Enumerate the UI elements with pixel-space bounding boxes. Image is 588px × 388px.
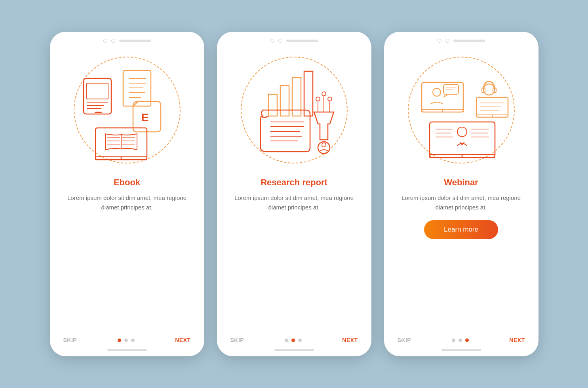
top-circle-6 — [445, 39, 449, 43]
ebook-icon-area: E — [72, 55, 183, 165]
webinar-home-indicator — [441, 349, 481, 351]
ebook-home-indicator — [107, 349, 147, 351]
research-illustration — [217, 47, 371, 173]
phone-top-bar-2 — [217, 32, 371, 47]
phones-container: E Ebook Lorem ipsum — [50, 32, 539, 356]
research-dot-2 — [291, 339, 295, 342]
research-dot-3 — [298, 339, 302, 342]
svg-rect-50 — [476, 97, 508, 117]
phone-webinar: Webinar Lorem ipsum dolor sit dim amet, … — [384, 32, 539, 356]
webinar-title: Webinar — [444, 177, 478, 188]
webinar-illustration — [384, 47, 539, 173]
svg-rect-44 — [443, 84, 459, 94]
ebook-title: Ebook — [114, 177, 140, 188]
phone-top-bar-1 — [50, 32, 204, 47]
top-circle-3 — [270, 39, 274, 43]
research-description: Lorem ipsum dolor sit dim amet, mea regi… — [229, 193, 360, 212]
top-line-2 — [286, 40, 318, 42]
webinar-content: Webinar Lorem ipsum dolor sit dim amet, … — [384, 173, 539, 331]
svg-rect-1 — [87, 83, 108, 99]
ebook-illustration: E — [50, 47, 204, 173]
svg-rect-26 — [304, 71, 313, 116]
research-dots — [285, 339, 302, 342]
ebook-svg: E — [72, 55, 183, 165]
top-circle-1 — [103, 39, 107, 43]
top-circle-4 — [278, 39, 282, 43]
research-dot-1 — [285, 339, 288, 342]
learn-more-button[interactable]: Learn more — [424, 220, 498, 239]
research-bottom-nav: SKIP NEXT — [217, 331, 371, 346]
ebook-dot-1 — [118, 339, 121, 342]
top-line-3 — [453, 40, 485, 42]
webinar-dot-1 — [452, 339, 455, 342]
phone-ebook: E Ebook Lorem ipsum — [50, 32, 204, 356]
ebook-description: Lorem ipsum dolor sit dim amet, mea regi… — [62, 193, 192, 212]
webinar-description: Lorem ipsum dolor sit dim amet, mea regi… — [396, 193, 527, 212]
svg-text:E: E — [141, 111, 148, 124]
ebook-skip-button[interactable]: SKIP — [63, 337, 77, 343]
svg-rect-40 — [422, 82, 463, 112]
research-title: Research report — [261, 177, 327, 188]
webinar-next-button[interactable]: NEXT — [509, 337, 525, 343]
research-icon-area — [239, 55, 350, 165]
webinar-bottom-nav: SKIP NEXT — [384, 331, 539, 346]
research-next-button[interactable]: NEXT — [342, 337, 358, 343]
research-svg — [239, 55, 350, 165]
webinar-skip-button[interactable]: SKIP — [398, 337, 411, 343]
ebook-next-button[interactable]: NEXT — [175, 337, 190, 343]
ebook-dot-2 — [124, 339, 128, 342]
ebook-dot-3 — [131, 339, 135, 342]
research-skip-button[interactable]: SKIP — [230, 337, 244, 343]
ebook-dots — [118, 339, 135, 342]
webinar-dots — [452, 339, 469, 342]
research-home-indicator — [274, 349, 314, 351]
ebook-bottom-nav: SKIP NEXT — [50, 331, 204, 346]
phone-research-report: Research report Lorem ipsum dolor sit di… — [217, 32, 371, 356]
svg-rect-23 — [268, 94, 277, 116]
webinar-dot-3 — [465, 339, 469, 342]
svg-point-59 — [457, 127, 467, 137]
svg-point-37 — [328, 97, 332, 101]
svg-point-39 — [322, 143, 326, 147]
svg-point-43 — [433, 88, 441, 96]
ebook-content: Ebook Lorem ipsum dolor sit dim amet, me… — [50, 173, 204, 331]
phone-top-bar-3 — [384, 32, 539, 47]
webinar-svg — [406, 55, 517, 165]
svg-rect-24 — [280, 86, 289, 116]
svg-point-33 — [316, 97, 320, 101]
webinar-icon-area — [406, 55, 517, 165]
top-circle-2 — [111, 39, 115, 43]
webinar-dot-2 — [459, 339, 462, 342]
top-line-1 — [119, 40, 151, 42]
svg-rect-5 — [95, 112, 102, 113]
research-content: Research report Lorem ipsum dolor sit di… — [217, 173, 371, 331]
svg-point-38 — [318, 142, 330, 154]
svg-point-35 — [322, 92, 326, 96]
top-circle-5 — [438, 39, 441, 43]
